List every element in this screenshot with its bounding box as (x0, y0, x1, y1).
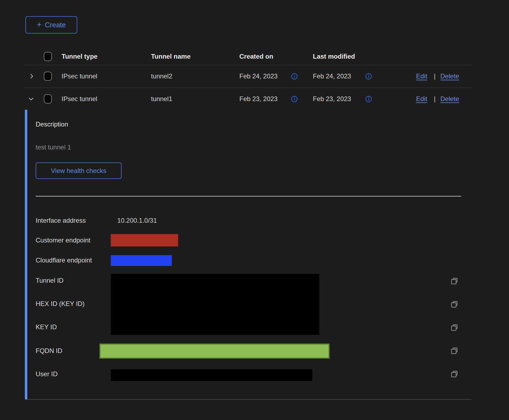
table-row: IPsec tunnel tunnel1 Feb 23, 2023 Feb 23… (0, 88, 509, 110)
copy-fqdn-id-button[interactable] (450, 346, 459, 355)
info-icon[interactable] (365, 96, 372, 102)
tunnel-id-label: Tunnel ID (36, 277, 63, 284)
row-checkbox[interactable] (44, 94, 52, 104)
table-row: IPsec tunnel tunnel2 Feb 24, 2023 Feb 24… (0, 65, 509, 88)
description-value: test tunnel 1 (36, 144, 71, 151)
tunnel-type-cell: IPsec tunnel (62, 88, 97, 110)
interface-address-value: 10.200.1.0/31 (117, 217, 157, 224)
customer-endpoint-redacted-value (111, 234, 178, 246)
created-on-cell: Feb 24, 2023 (239, 65, 277, 88)
key-id-label: KEY ID (36, 323, 57, 331)
row-checkbox[interactable] (44, 72, 52, 81)
info-icon[interactable] (365, 73, 372, 80)
last-modified-cell: Feb 23, 2023 (313, 88, 351, 110)
cloudflare-endpoint-label: Cloudflare endpoint (36, 256, 92, 264)
edit-link[interactable]: Edit (416, 65, 427, 88)
column-header-created-on: Created on (239, 48, 273, 65)
info-icon[interactable] (291, 96, 298, 102)
column-header-tunnel-type: Tunnel type (62, 48, 98, 65)
interface-address-label: Interface address (36, 217, 86, 224)
action-separator: | (434, 88, 436, 110)
ids-redacted-value (111, 274, 319, 335)
tunnels-page: + Create Tunnel type Tunnel name Created… (0, 0, 509, 420)
fqdn-id-redacted-value (99, 344, 330, 359)
action-separator: | (434, 65, 436, 88)
edit-link[interactable]: Edit (416, 88, 427, 110)
expanded-row-indicator-bar (25, 110, 27, 399)
view-health-checks-button[interactable]: View health checks (36, 162, 122, 179)
create-button-label: Create (45, 21, 66, 29)
cloudflare-endpoint-redacted-value (111, 255, 172, 266)
column-header-last-modified: Last modified (313, 48, 355, 65)
copy-key-id-button[interactable] (450, 323, 459, 332)
select-all-checkbox[interactable] (44, 52, 52, 61)
tunnel-type-cell: IPsec tunnel (62, 65, 97, 88)
created-on-cell: Feb 23, 2023 (239, 88, 277, 110)
chevron-down-icon[interactable] (28, 96, 34, 102)
tunnel-name-cell: tunnel2 (151, 65, 172, 88)
delete-link[interactable]: Delete (440, 88, 459, 110)
copy-tunnel-id-button[interactable] (450, 277, 459, 285)
delete-link[interactable]: Delete (440, 65, 459, 88)
user-id-redacted-value (111, 369, 312, 381)
user-id-label: User ID (36, 370, 58, 378)
copy-hex-id-button[interactable] (450, 300, 459, 309)
info-icon[interactable] (291, 73, 298, 80)
fqdn-id-label: FQDN ID (36, 347, 62, 355)
last-modified-cell: Feb 24, 2023 (313, 65, 351, 88)
customer-endpoint-label: Customer endpoint (36, 236, 91, 244)
tunnel-name-cell: tunnel1 (151, 88, 172, 110)
expanded-panel-bottom-divider (25, 399, 471, 400)
copy-user-id-button[interactable] (450, 370, 459, 378)
column-header-tunnel-name: Tunnel name (151, 48, 190, 65)
chevron-right-icon[interactable] (28, 73, 35, 79)
plus-icon: + (37, 21, 42, 29)
panel-divider (36, 196, 461, 196)
description-label: Description (36, 121, 68, 128)
create-button[interactable]: + Create (25, 16, 77, 34)
hex-id-label: HEX ID (KEY ID) (36, 300, 85, 308)
